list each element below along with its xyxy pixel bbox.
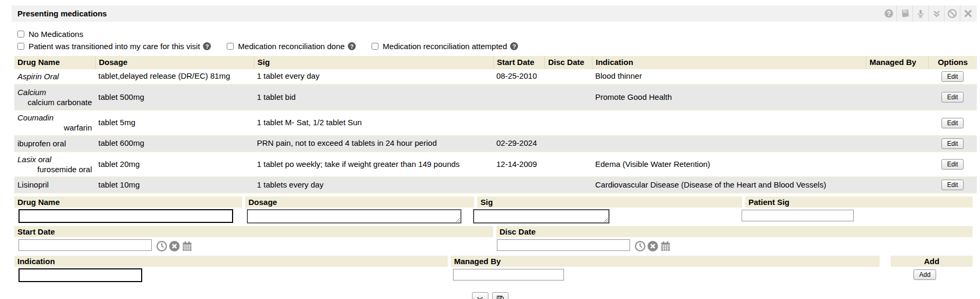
- disc-date-cell: [544, 74, 592, 79]
- drug-brand: Lasix oral: [17, 155, 92, 165]
- reconciliation-done-label: Medication reconciliation done: [238, 42, 345, 51]
- managed-by-cell: [866, 142, 928, 146]
- column-header: Dosage: [95, 56, 254, 69]
- edit-button[interactable]: Edit: [941, 71, 964, 82]
- edit-button[interactable]: Edit: [941, 92, 964, 102]
- patient-sig-input[interactable]: [742, 210, 854, 221]
- table-row: Calcium calcium carbonate tablet 500mg 1…: [14, 85, 977, 111]
- panel-titlebar: Presenting medications ?: [12, 5, 977, 22]
- form-footer: [0, 292, 980, 299]
- edit-button[interactable]: Edit: [941, 180, 964, 190]
- reconciliation-done-checkbox[interactable]: [227, 43, 234, 50]
- reconciliation-attempted-checkbox[interactable]: [372, 43, 378, 50]
- add-medication-form: Drug Name Dosage Sig Patient Sig Start D…: [14, 197, 973, 285]
- column-header: Start Date: [493, 56, 544, 69]
- drug-brand: ibuprofen oral: [17, 139, 92, 149]
- column-header: Managed By: [866, 56, 928, 69]
- edit-button[interactable]: Edit: [941, 118, 964, 128]
- start-date-cell: [493, 183, 544, 187]
- disable-icon[interactable]: [944, 5, 960, 22]
- help-badge-icon[interactable]: ?: [348, 42, 356, 50]
- managed-by-cell: [866, 183, 928, 187]
- start-date-cell: [493, 121, 544, 125]
- disc-date-label: Disc Date: [496, 226, 973, 237]
- column-header: Options: [928, 56, 977, 69]
- start-date-cell: 02-29-2024: [493, 136, 544, 151]
- indication-cell: Promote Good Health: [592, 90, 866, 105]
- dosage-cell: tablet 20mg: [95, 157, 254, 172]
- start-date-cell: 08-25-2010: [493, 69, 544, 83]
- sig-cell: 1 tablet every day: [254, 69, 493, 83]
- dosage-cell: tablet 10mg: [95, 178, 254, 192]
- clock-icon[interactable]: [634, 240, 646, 252]
- drug-generic: warfarin: [17, 123, 92, 133]
- managed-by-cell: [866, 162, 928, 166]
- sig-cell: 1 tablets every day: [254, 178, 493, 192]
- help-badge-icon[interactable]: ?: [203, 42, 211, 50]
- start-date-cell: [493, 95, 544, 99]
- reconciliation-attempted-label: Medication reconciliation attempted: [383, 42, 507, 51]
- disc-date-cell: [544, 95, 592, 99]
- drug-brand: Calcium: [17, 88, 92, 98]
- table-row: Lisinopril tablet 10mg 1 tablets every d…: [14, 177, 977, 193]
- clear-icon[interactable]: [647, 240, 659, 252]
- clear-icon[interactable]: [169, 240, 180, 252]
- start-date-input[interactable]: [19, 239, 152, 251]
- disc-date-input[interactable]: [497, 239, 630, 251]
- disc-date-cell: [544, 162, 592, 166]
- sig-label: Sig: [477, 197, 742, 208]
- expand-more-button[interactable]: [472, 292, 488, 299]
- microphone-icon[interactable]: [912, 5, 928, 22]
- managed-by-cell: [866, 74, 928, 79]
- managed-by-cell: [866, 95, 928, 99]
- add-button[interactable]: Add: [913, 269, 936, 280]
- column-header: Disc Date: [544, 56, 592, 69]
- sig-input[interactable]: [473, 209, 609, 223]
- save-button[interactable]: [492, 292, 509, 299]
- close-icon[interactable]: [960, 5, 976, 22]
- disc-date-cell: [544, 121, 592, 125]
- managed-by-label: Managed By: [451, 256, 880, 267]
- managed-by-input[interactable]: [453, 269, 564, 281]
- dosage-cell: tablet 600mg: [95, 136, 254, 151]
- indication-cell: Edema (Visible Water Retention): [592, 157, 866, 172]
- disc-date-cell: [544, 142, 592, 146]
- clock-icon[interactable]: [156, 240, 168, 252]
- drug-brand: Coumadin: [17, 113, 92, 123]
- drug-brand: Aspirin Oral: [17, 72, 92, 82]
- collapse-icon[interactable]: [928, 5, 944, 22]
- add-column-label: Add: [891, 256, 973, 267]
- help-icon[interactable]: ?: [881, 5, 896, 22]
- double-chevron-down-icon: [476, 295, 484, 299]
- column-header: Indication: [592, 56, 866, 69]
- column-header: Drug Name: [14, 56, 95, 69]
- start-date-cell: 12-14-2009: [493, 157, 544, 172]
- dosage-cell: tablet 500mg: [95, 90, 254, 105]
- table-header-row: Drug Name Dosage Sig Start Date Disc Dat…: [14, 56, 977, 69]
- drug-generic: furosemide oral: [17, 165, 92, 175]
- calendar-icon[interactable]: [660, 240, 671, 252]
- form-label-row: Start Date Disc Date: [14, 226, 973, 237]
- page-title: Presenting medications: [12, 9, 107, 18]
- calendar-icon[interactable]: [181, 240, 193, 252]
- edit-button[interactable]: Edit: [941, 159, 964, 170]
- table-row: Coumadin warfarin tablet 5mg 1 tablet M-…: [14, 110, 977, 136]
- help-badge-icon[interactable]: ?: [510, 42, 518, 50]
- indication-input[interactable]: [19, 268, 142, 282]
- sig-cell: 1 tablet po weekly; take if weight great…: [254, 157, 493, 172]
- sig-cell: PRN pain, not to exceed 4 tablets in 24 …: [254, 136, 493, 151]
- managed-by-cell: [866, 121, 928, 125]
- book-icon[interactable]: [896, 5, 912, 22]
- dosage-cell: tablet 5mg: [95, 116, 254, 130]
- edit-button[interactable]: Edit: [941, 138, 964, 149]
- no-medications-checkbox[interactable]: [17, 31, 24, 38]
- drug-name-input[interactable]: [19, 209, 233, 223]
- floppy-disk-icon: [496, 295, 505, 299]
- form-label-row: Drug Name Dosage Sig Patient Sig: [14, 197, 973, 208]
- table-row: Lasix oral furosemide oral tablet 20mg 1…: [14, 152, 977, 178]
- transitioned-care-checkbox[interactable]: [17, 43, 24, 50]
- dosage-input[interactable]: [247, 209, 461, 223]
- indication-cell: Cardiovascular Disease (Disease of the H…: [592, 178, 866, 192]
- indication-cell: [592, 142, 866, 146]
- patient-sig-label: Patient Sig: [745, 197, 973, 208]
